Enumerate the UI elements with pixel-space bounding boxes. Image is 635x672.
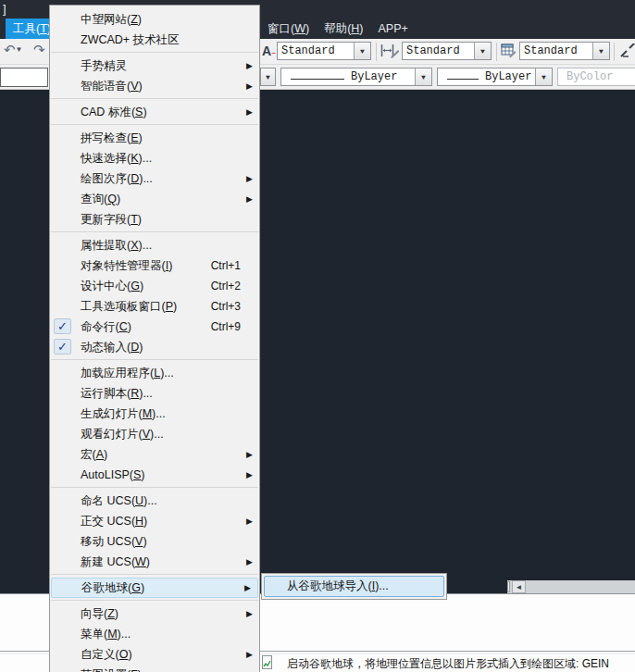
redo-button[interactable]: ↷ xyxy=(33,42,45,58)
scroll-left-button[interactable]: ◄ xyxy=(512,580,526,593)
menu-item[interactable]: CAD 标准(S)▶ xyxy=(50,102,259,122)
menu-item-label: 手势精灵 xyxy=(81,59,127,72)
menu-item-label: 生成幻灯片(M)... xyxy=(81,407,166,420)
text-style-icon[interactable]: A~ xyxy=(262,43,276,62)
menu-item-label: 中望网站(Z) xyxy=(81,13,142,26)
menu-item[interactable]: 绘图次序(D)...▶ xyxy=(50,168,259,189)
lineweight-dropdown-icon[interactable]: ▼ xyxy=(535,68,552,85)
text-style-combo[interactable]: Standard ▼ xyxy=(277,42,371,60)
layer-combo-dropdown[interactable]: ▼ xyxy=(260,68,276,86)
table-style-combo[interactable]: Standard ▼ xyxy=(519,42,610,60)
toolbar-separator xyxy=(496,43,497,61)
menu-item[interactable]: 智能语音(V)▶ xyxy=(50,76,259,96)
menu-item[interactable]: ZWCAD+ 技术社区 xyxy=(50,30,259,50)
undo-dropdown-icon[interactable]: ▼ xyxy=(16,45,23,54)
layer-dropdown-icon[interactable]: ▼ xyxy=(261,68,275,85)
menu-item-shortcut: Ctrl+2 xyxy=(211,276,241,296)
menu-item[interactable]: 菜单(M)... xyxy=(50,624,259,644)
menu-item[interactable]: 更新字段(T) xyxy=(50,209,259,230)
menubar-item[interactable]: 帮助(H) xyxy=(317,19,370,39)
menu-item-label: 自定义(O) xyxy=(81,648,132,661)
menu-item[interactable]: Ctrl+1对象特性管理器(I) xyxy=(50,255,259,276)
menu-item[interactable]: 正交 UCS(H)▶ xyxy=(50,511,259,531)
menubar-item[interactable]: APP+ xyxy=(371,19,416,39)
menu-separator xyxy=(51,124,258,125)
menu-item[interactable]: ✓Ctrl+9命令行(C) xyxy=(50,317,259,337)
lineweight-combo[interactable]: ByLayer ▼ xyxy=(437,68,553,86)
menu-item-label: 正交 UCS(H) xyxy=(81,515,147,528)
undo-button[interactable]: ↶▼ xyxy=(4,42,23,58)
menu-item-shortcut: Ctrl+3 xyxy=(211,296,241,317)
plot-style-value: ByColor xyxy=(567,70,613,83)
submenu-arrow-icon: ▶ xyxy=(244,579,251,597)
menubar-right-group: 窗口(W)帮助(H)APP+ xyxy=(260,19,416,39)
table-style-dropdown-icon[interactable]: ▼ xyxy=(592,43,609,59)
menu-item[interactable]: ✓动态输入(D) xyxy=(50,337,259,357)
menu-item-label: 草图设置(F) xyxy=(81,668,142,672)
text-style-value: Standard xyxy=(278,44,354,57)
left-input-field[interactable] xyxy=(0,68,48,87)
toolbar-separator xyxy=(376,43,377,61)
submenu-arrow-icon: ▶ xyxy=(246,465,253,485)
submenu-arrow-icon: ▶ xyxy=(246,56,253,76)
menu-item[interactable]: 新建 UCS(W)▶ xyxy=(50,552,259,572)
menu-item[interactable]: 查询(Q)▶ xyxy=(50,189,259,209)
window-title: ] xyxy=(3,2,6,16)
linetype-preview xyxy=(291,79,344,80)
menu-item-label: 命令行(C) xyxy=(81,320,131,333)
linetype-dropdown-icon[interactable]: ▼ xyxy=(415,68,431,85)
linetype-combo[interactable]: ByLayer ▼ xyxy=(280,68,432,86)
menu-item[interactable]: 自定义(O)▶ xyxy=(50,644,259,665)
menu-item[interactable]: Ctrl+2设计中心(G) xyxy=(50,276,259,296)
linetype-icon[interactable] xyxy=(619,44,635,62)
checkmark-icon: ✓ xyxy=(54,318,71,334)
table-style-value: Standard xyxy=(520,44,592,57)
menu-item-label: ZWCAD+ 技术社区 xyxy=(81,33,180,46)
menu-item[interactable]: 运行脚本(R)... xyxy=(50,383,259,404)
menu-item[interactable]: 属性提取(X)... xyxy=(50,235,259,255)
menu-item[interactable]: 宏(A)▶ xyxy=(50,444,259,465)
menu-item[interactable]: 快速选择(K)... xyxy=(50,148,259,168)
text-style-dropdown-icon[interactable]: ▼ xyxy=(354,43,370,59)
letter-a-glyph: A xyxy=(262,44,271,58)
scroll-left-icon: ◄ xyxy=(516,583,523,591)
submenu-arrow-icon: ▶ xyxy=(246,604,253,624)
scrollbar-splitter[interactable] xyxy=(507,581,510,592)
menu-item[interactable]: 观看幻灯片(V)... xyxy=(50,424,259,444)
menu-item-label: CAD 标准(S) xyxy=(81,106,147,118)
menu-item-label: 设计中心(G) xyxy=(81,280,143,292)
menu-item[interactable]: Ctrl+3工具选项板窗口(P) xyxy=(50,296,259,317)
menu-item-google-earth[interactable]: 谷歌地球(G)▶ xyxy=(51,578,258,598)
menu-item[interactable]: 手势精灵▶ xyxy=(50,56,259,76)
menu-item[interactable]: AutoLISP(S)▶ xyxy=(50,465,259,485)
menu-item[interactable]: 生成幻灯片(M)... xyxy=(50,404,259,424)
dim-style-dropdown-icon[interactable]: ▼ xyxy=(474,43,491,59)
menu-item[interactable]: 中望网站(Z) xyxy=(50,9,259,30)
menu-separator xyxy=(51,52,258,53)
menu-item-label: 谷歌地球(G) xyxy=(81,581,144,594)
menu-item-label: 工具选项板窗口(P) xyxy=(81,300,177,313)
menu-item-shortcut: Ctrl+1 xyxy=(211,255,241,276)
lineweight-value: ByLayer xyxy=(438,70,535,83)
menu-item-label: 拼写检查(E) xyxy=(81,131,143,144)
menu-item-label: 向导(Z) xyxy=(81,607,118,620)
submenu-item-import-from-google-earth[interactable]: 从谷歌地球导入(I)... xyxy=(264,576,444,597)
menu-item-label: AutoLISP(S) xyxy=(81,468,145,481)
dim-style-value: Standard xyxy=(403,44,474,57)
table-style-icon[interactable] xyxy=(501,44,517,62)
menu-item-label: 宏(A) xyxy=(81,448,107,461)
dim-style-combo[interactable]: Standard ▼ xyxy=(402,42,492,60)
menu-item-label: 快速选择(K)... xyxy=(81,152,152,165)
menu-item[interactable]: 移动 UCS(V) xyxy=(50,531,259,552)
red-accent: ~ xyxy=(271,49,276,57)
menubar-item[interactable]: 窗口(W) xyxy=(260,19,317,39)
menu-separator xyxy=(51,231,258,232)
menu-item-label: 命名 UCS(U)... xyxy=(81,494,157,507)
menu-item[interactable]: 向导(Z)▶ xyxy=(50,604,259,624)
menu-separator xyxy=(51,574,258,575)
menu-item[interactable]: 命名 UCS(U)... xyxy=(50,491,259,511)
menu-item[interactable]: 拼写检查(E) xyxy=(50,128,259,148)
dim-style-icon[interactable] xyxy=(380,44,399,63)
menu-item[interactable]: 加载应用程序(L)... xyxy=(50,363,259,383)
menu-item[interactable]: 草图设置(F) xyxy=(50,665,259,672)
